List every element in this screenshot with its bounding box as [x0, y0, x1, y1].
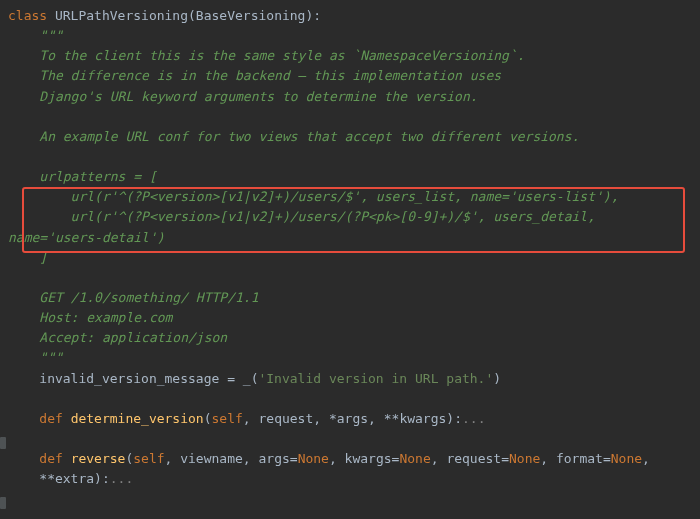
docstring-line: Host: example.com [8, 310, 172, 325]
docstring-close: """ [8, 350, 63, 365]
docstring-line: urlpatterns = [ [8, 169, 157, 184]
fold-indicator[interactable]: ... [462, 411, 485, 426]
docstring-line: The difference is in the backend – this … [8, 68, 501, 83]
fold-indicator[interactable]: ... [110, 471, 133, 486]
docstring-line: url(r'^(?P<version>[v1|v2]+)/users/(?P<p… [8, 209, 603, 224]
class-decl: class URLPathVersioning(BaseVersioning): [8, 8, 321, 23]
docstring-blank [8, 149, 16, 164]
code-editor[interactable]: class URLPathVersioning(BaseVersioning):… [8, 6, 700, 489]
docstring-blank [8, 270, 16, 285]
docstring-line: Django's URL keyword arguments to determ… [8, 89, 478, 104]
blank-line [8, 391, 16, 406]
docstring-line: Accept: application/json [8, 330, 227, 345]
docstring-line: GET /1.0/something/ HTTP/1.1 [8, 290, 258, 305]
docstring-line: name='users-detail') [8, 230, 165, 245]
docstring-open: """ [8, 28, 63, 43]
def-determine-version: def determine_version(self, request, *ar… [8, 411, 486, 426]
gutter-mark[interactable] [0, 497, 6, 509]
docstring-blank [8, 109, 16, 124]
docstring-line: url(r'^(?P<version>[v1|v2]+)/users/$', u… [8, 189, 618, 204]
def-reverse-cont: **extra):... [8, 471, 133, 486]
docstring-line: To the client this is the same style as … [8, 48, 525, 63]
docstring-line: An example URL conf for two views that a… [8, 129, 579, 144]
blank-line [8, 431, 16, 446]
docstring-line: ] [8, 250, 47, 265]
def-reverse: def reverse(self, viewname, args=None, k… [8, 451, 658, 466]
gutter-mark[interactable] [0, 437, 6, 449]
invalid-version-assignment: invalid_version_message = _('Invalid ver… [8, 371, 501, 386]
